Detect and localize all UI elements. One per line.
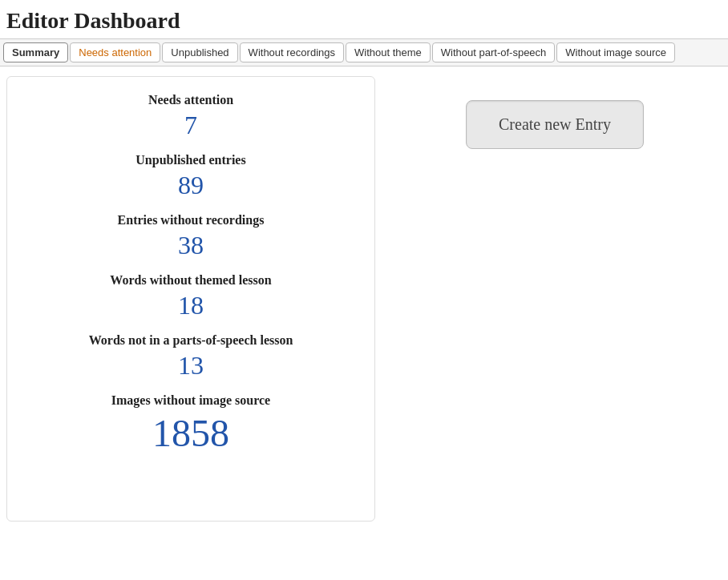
stat-label: Words without themed lesson <box>31 273 350 288</box>
stat-value: 18 <box>31 291 350 320</box>
right-panel: Create new Entry <box>388 76 722 522</box>
stat-block: Images without image source1858 <box>31 393 350 455</box>
page-title: Editor Dashboard <box>0 0 728 38</box>
stat-value: 89 <box>31 171 350 200</box>
stat-block: Entries without recordings38 <box>31 213 350 260</box>
tab-summary[interactable]: Summary <box>3 42 68 62</box>
stat-block: Words not in a parts-of-speech lesson13 <box>31 333 350 381</box>
tab-unpublished[interactable]: Unpublished <box>162 42 237 62</box>
stat-value: 1858 <box>31 411 350 455</box>
stat-label: Entries without recordings <box>31 213 350 228</box>
tab-needs-attention[interactable]: Needs attention <box>70 42 160 62</box>
tab-bar: SummaryNeeds attentionUnpublishedWithout… <box>0 38 728 66</box>
create-entry-button[interactable]: Create new Entry <box>466 100 644 149</box>
tab-without-theme[interactable]: Without theme <box>346 42 431 62</box>
stat-block: Unpublished entries89 <box>31 153 350 200</box>
stat-block: Needs attention7 <box>31 93 350 140</box>
stat-block: Words without themed lesson18 <box>31 273 350 320</box>
stat-value: 13 <box>31 351 350 381</box>
tab-without-part-of-speech[interactable]: Without part-of-speech <box>432 42 556 62</box>
stat-label: Needs attention <box>31 93 350 107</box>
stat-label: Images without image source <box>31 393 350 408</box>
tab-without-recordings[interactable]: Without recordings <box>240 42 344 62</box>
stat-label: Words not in a parts-of-speech lesson <box>31 333 350 348</box>
tab-without-image-source[interactable]: Without image source <box>556 42 675 62</box>
stat-value: 38 <box>31 231 350 260</box>
stat-label: Unpublished entries <box>31 153 350 167</box>
stat-value: 7 <box>31 111 350 140</box>
summary-card: Needs attention7Unpublished entries89Ent… <box>6 76 375 522</box>
main-content: Needs attention7Unpublished entries89Ent… <box>0 66 728 531</box>
